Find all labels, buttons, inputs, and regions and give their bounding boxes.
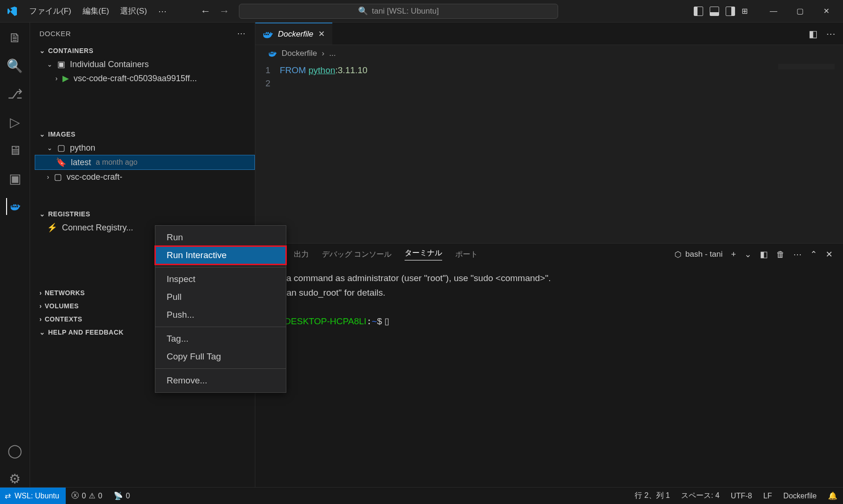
command-center-text: tani [WSL: Ubuntu] (372, 7, 439, 16)
section-registries[interactable]: ⌄REGISTRIES (35, 207, 255, 221)
status-spaces[interactable]: スペース: 4 (675, 491, 725, 501)
status-errors[interactable]: ⓧ0 ⚠0 (66, 491, 108, 501)
menu-edit[interactable]: 編集(E) (77, 3, 115, 19)
vscode-logo-icon (7, 6, 18, 17)
chevron-down-icon: ⌄ (39, 210, 46, 218)
cm-copy-full-tag[interactable]: Copy Full Tag (155, 348, 286, 366)
terminal-shell-name[interactable]: ⬡bash - tani (674, 250, 722, 260)
panel-tab-ports[interactable]: ポート (455, 250, 478, 260)
editor-more-icon[interactable]: ⋯ (826, 28, 835, 39)
sidebar-more-icon[interactable]: ⋯ (237, 28, 246, 38)
settings-gear-icon[interactable]: ⚙ (7, 470, 23, 487)
panel-tab-terminal[interactable]: ターミナル (405, 248, 442, 260)
plug-icon: ⚡ (47, 222, 57, 233)
new-terminal-icon[interactable]: + (731, 250, 736, 260)
toggle-secondary-sidebar-icon[interactable] (726, 7, 735, 16)
kill-terminal-icon[interactable]: 🗑 (776, 250, 785, 260)
title-bar: ファイル(F) 編集(E) 選択(S) ⋯ ← → 🔍 tani [WSL: U… (0, 0, 843, 23)
section-images[interactable]: ⌄IMAGES (35, 128, 255, 141)
menu-file[interactable]: ファイル(F) (23, 3, 77, 19)
split-terminal-icon[interactable]: ◧ (760, 249, 768, 260)
search-icon[interactable]: 🔍 (7, 57, 23, 74)
chevron-down-icon: ⌄ (39, 47, 46, 54)
cm-remove[interactable]: Remove... (155, 372, 286, 389)
notifications-icon[interactable]: 🔔 (822, 491, 843, 501)
breadcrumb[interactable]: Dockerfile›... (255, 45, 843, 62)
maximize-icon[interactable]: ▢ (787, 2, 813, 21)
panel-more-icon[interactable]: ⋯ (793, 249, 802, 260)
image-context-menu: Run Run Interactive Inspect Pull Push...… (155, 225, 286, 393)
menu-more-icon[interactable]: ⋯ (153, 3, 172, 19)
toggle-primary-sidebar-icon[interactable] (694, 7, 703, 16)
image-vsc[interactable]: ›▢vsc-code-craft- (35, 170, 255, 184)
close-icon[interactable]: ✕ (813, 2, 839, 21)
tab-dockerfile[interactable]: Dockerfile ✕ (255, 23, 332, 45)
editor-body[interactable]: 1 2 FROM python:3.11.10 (255, 62, 843, 243)
layout-controls: ⊞ (694, 7, 751, 16)
image-python[interactable]: ⌄▢python (35, 141, 255, 155)
status-language[interactable]: Dockerfile (778, 491, 822, 501)
code-version: :3.11.10 (335, 65, 368, 75)
customize-layout-icon[interactable]: ⊞ (742, 7, 751, 16)
container-item[interactable]: ›▶vsc-code-craft-c05039aa9915ff... (35, 71, 255, 85)
search-icon: 🔍 (358, 6, 368, 16)
run-debug-icon[interactable]: ▷ (7, 114, 23, 130)
chevron-down-icon: ⌄ (47, 61, 53, 68)
activity-bar: 🗎 🔍 ⎇ ▷ 🖥 ▣ ◯ ⚙ (0, 23, 30, 487)
remote-indicator[interactable]: ⇄WSL: Ubuntu (0, 488, 66, 504)
docker-icon[interactable] (6, 198, 23, 215)
status-line-col[interactable]: 行 2、列 1 (629, 491, 675, 501)
cm-run[interactable]: Run (155, 229, 286, 246)
terminal-dropdown-icon[interactable]: ⌄ (744, 249, 751, 260)
line-gutter: 1 2 (255, 62, 280, 243)
menu-select[interactable]: 選択(S) (115, 3, 153, 19)
explorer-icon[interactable]: 🗎 (7, 29, 23, 46)
status-encoding[interactable]: UTF-8 (725, 491, 758, 501)
toggle-panel-icon[interactable] (710, 7, 719, 16)
menu-separator (155, 368, 286, 369)
menu-separator (155, 267, 286, 267)
cm-run-interactive[interactable]: Run Interactive (155, 246, 286, 264)
warning-icon: ⚠ (89, 491, 95, 500)
tab-label: Dockerfile (278, 30, 314, 39)
containers-group[interactable]: ⌄▣Individual Containers (35, 57, 255, 71)
nav-forward-icon[interactable]: → (219, 5, 230, 17)
menu-separator (155, 327, 286, 327)
play-icon: ▶ (62, 73, 69, 84)
remote-explorer-icon[interactable]: 🖥 (7, 142, 23, 159)
cm-push[interactable]: Push... (155, 306, 286, 324)
containers-icon: ▣ (57, 59, 65, 69)
chevron-down-icon: ⌄ (39, 328, 46, 336)
cm-inspect[interactable]: Inspect (155, 270, 286, 288)
minimize-icon[interactable]: — (760, 2, 787, 21)
status-eol[interactable]: LF (758, 491, 778, 501)
chevron-right-icon: › (55, 75, 58, 82)
panel-tab-output[interactable]: 出力 (294, 250, 309, 260)
accounts-icon[interactable]: ◯ (7, 442, 23, 459)
image-icon: ▢ (57, 143, 65, 153)
close-panel-icon[interactable]: ✕ (826, 249, 833, 260)
command-center[interactable]: 🔍 tani [WSL: Ubuntu] (239, 4, 558, 19)
minimap[interactable] (778, 64, 835, 69)
code-lib: python (308, 65, 335, 75)
chevron-right-icon: › (39, 289, 42, 297)
extensions-icon[interactable]: ▣ (7, 170, 23, 187)
chevron-right-icon: › (47, 173, 49, 181)
terminal-output[interactable]: run a command as administrator (user "ro… (255, 265, 843, 487)
image-tag-latest[interactable]: 🔖latest a month ago (35, 155, 255, 170)
maximize-panel-icon[interactable]: ⌃ (810, 249, 817, 260)
cm-pull[interactable]: Pull (155, 288, 286, 306)
code-keyword: FROM (280, 65, 306, 75)
nav-back-icon[interactable]: ← (200, 5, 211, 17)
cm-tag[interactable]: Tag... (155, 330, 286, 348)
remote-icon: ⇄ (5, 491, 11, 500)
split-editor-icon[interactable]: ◧ (809, 28, 818, 39)
status-bar: ⇄WSL: Ubuntu ⓧ0 ⚠0 📡0 行 2、列 1 スペース: 4 UT… (0, 487, 843, 504)
source-control-icon[interactable]: ⎇ (7, 85, 23, 102)
status-ports[interactable]: 📡0 (108, 491, 136, 500)
panel-tab-debug[interactable]: デバッグ コンソール (322, 250, 391, 260)
docker-file-icon (263, 29, 273, 39)
section-containers[interactable]: ⌄CONTAINERS (35, 44, 255, 57)
tab-close-icon[interactable]: ✕ (318, 29, 325, 39)
chevron-right-icon: › (39, 302, 42, 310)
